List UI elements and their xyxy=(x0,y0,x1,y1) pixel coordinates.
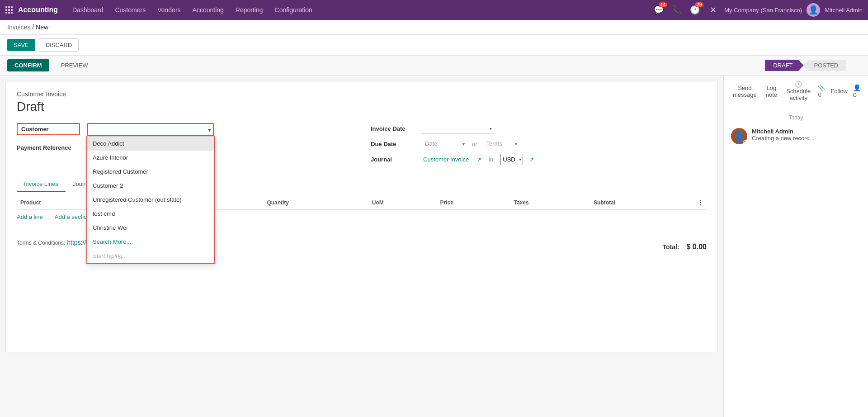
customer-dropdown: Deco Addict Azure Interior Registered Cu… xyxy=(86,136,215,264)
phone-icon[interactable]: 📞 xyxy=(670,3,684,17)
online-indicator xyxy=(743,140,747,144)
top-navigation: Accounting Dashboard Customers Vendors A… xyxy=(0,0,868,20)
terms-select-wrap: Terms xyxy=(483,138,519,149)
due-date-row: Due Date Date or Terms xyxy=(371,138,707,149)
invoice-date-select-wrap xyxy=(421,123,494,134)
log-note-button[interactable]: Log note xyxy=(764,84,779,99)
col-actions: ⋮ xyxy=(694,196,707,210)
pill-draft[interactable]: DRAFT xyxy=(765,60,803,71)
messages-icon[interactable]: 💬 14 xyxy=(652,3,665,17)
col-price: Price xyxy=(437,196,510,210)
dropdown-item-unregistered[interactable]: Unregistered Customer (out state) xyxy=(87,193,214,207)
avatar[interactable]: 👤 xyxy=(807,3,820,17)
total-section: Total: $ 0.00 xyxy=(662,239,707,251)
total-label: Total: xyxy=(662,243,679,251)
total-divider xyxy=(662,239,707,239)
add-section-button[interactable]: Add a section xyxy=(55,213,90,220)
save-button[interactable]: SAVE xyxy=(7,39,35,51)
status-bar: CONFIRM PREVIEW DRAFT POSTED xyxy=(0,56,868,76)
paperclip-count: 📎 0 xyxy=(818,85,825,98)
currency-external-link-icon[interactable]: ↗ xyxy=(529,156,534,163)
activity-badge: 29 xyxy=(695,2,703,7)
journal-value[interactable]: Customer Invoice xyxy=(421,155,471,164)
journal-label: Journal xyxy=(371,156,416,163)
tab-invoice-lines[interactable]: Invoice Lines xyxy=(17,177,66,192)
form-fields-area: Customer ▾ Deco Addict Azure Interior Re… xyxy=(17,123,707,170)
add-line-button[interactable]: Add a line xyxy=(17,213,43,220)
total-value: $ 0.00 xyxy=(687,243,707,251)
dropdown-item-azure[interactable]: Azure Interior xyxy=(87,151,214,165)
customer-input[interactable] xyxy=(87,123,214,136)
dropdown-item-registered[interactable]: Registered Customer xyxy=(87,165,214,179)
col-taxes: Taxes xyxy=(510,196,590,210)
chatter-panel: Send message Log note 🕐 Schedule activit… xyxy=(723,76,868,417)
pill-posted[interactable]: POSTED xyxy=(803,60,846,71)
nav-reporting[interactable]: Reporting xyxy=(230,4,269,16)
message-item: 👤 Mitchell Admin Creating a new record..… xyxy=(731,128,861,144)
follower-count: 👤 0 xyxy=(853,84,861,99)
terms-select[interactable]: Terms xyxy=(483,138,519,149)
main-layout: Customer Invoice Draft Customer ▾ Deco A… xyxy=(0,76,868,417)
form-card: Customer Invoice Draft Customer ▾ Deco A… xyxy=(5,81,718,352)
nav-dashboard[interactable]: Dashboard xyxy=(67,4,109,16)
dropdown-item-customer2[interactable]: Customer 2 xyxy=(87,179,214,193)
form-area: Customer Invoice Draft Customer ▾ Deco A… xyxy=(0,76,723,417)
invoice-date-select[interactable] xyxy=(421,123,494,134)
user-name: Mitchell Admin xyxy=(825,7,863,14)
close-icon[interactable]: ✕ xyxy=(706,3,720,17)
chatter-body: Today 👤 Mitchell Admin Creating a new re… xyxy=(724,107,868,417)
today-divider: Today xyxy=(731,114,861,121)
col-uom: UoM xyxy=(368,196,437,210)
schedule-icon: 🕐 xyxy=(795,81,802,88)
journal-row: Journal Customer Invoice ↗ in USD ↗ xyxy=(371,154,707,165)
follow-button[interactable]: Follow xyxy=(830,88,848,95)
currency-select-wrap: USD xyxy=(500,154,523,165)
messages-badge: 14 xyxy=(659,2,667,7)
action-bar: SAVE DISCARD xyxy=(0,35,868,56)
journal-external-link-icon[interactable]: ↗ xyxy=(477,156,481,163)
message-avatar: 👤 xyxy=(731,128,747,144)
terms-conditions-label: Terms & Conditions: xyxy=(17,240,65,246)
right-fields: Invoice Date Due Date Date xyxy=(371,123,707,170)
payment-ref-label: Payment Reference xyxy=(17,142,80,151)
breadcrumb-separator: / xyxy=(32,24,36,31)
preview-button[interactable]: PREVIEW xyxy=(55,59,94,71)
dropdown-search-more[interactable]: Search More... xyxy=(87,235,214,249)
message-author: Mitchell Admin xyxy=(752,128,861,135)
breadcrumb-parent[interactable]: Invoices xyxy=(7,24,30,31)
invoice-date-label: Invoice Date xyxy=(371,125,416,132)
total-row: Total: $ 0.00 xyxy=(662,243,707,251)
schedule-activity-button[interactable]: 🕐 Schedule activity xyxy=(784,80,812,102)
left-fields: Customer ▾ Deco Addict Azure Interior Re… xyxy=(17,123,353,170)
currency-select[interactable]: USD xyxy=(500,154,523,165)
invoice-type-label: Customer Invoice xyxy=(17,90,707,98)
dropdown-item-testcmd[interactable]: test cmd xyxy=(87,207,214,221)
nav-right-area: 💬 14 📞 🕐 29 ✕ My Company (San Francisco)… xyxy=(652,3,863,17)
discard-button[interactable]: DISCARD xyxy=(39,38,79,52)
chatter-actions-bar: Send message Log note 🕐 Schedule activit… xyxy=(724,76,868,107)
nav-configuration[interactable]: Configuration xyxy=(269,4,318,16)
dropdown-item-deco-addict[interactable]: Deco Addict xyxy=(87,137,214,151)
due-date-select-wrap: Date xyxy=(421,138,467,149)
due-date-label: Due Date xyxy=(371,141,416,147)
due-date-select[interactable]: Date xyxy=(421,138,467,149)
confirm-button[interactable]: CONFIRM xyxy=(7,59,49,71)
customer-field-wrapper: ▾ Deco Addict Azure Interior Registered … xyxy=(87,123,214,136)
apps-icon[interactable] xyxy=(5,6,13,14)
col-quantity: Quantity xyxy=(263,196,368,210)
activity-icon[interactable]: 🕐 29 xyxy=(688,3,702,17)
company-name: My Company (San Francisco) xyxy=(724,7,802,14)
customer-label[interactable]: Customer xyxy=(17,123,80,135)
breadcrumb: Invoices / New xyxy=(0,20,868,35)
invoice-date-row: Invoice Date xyxy=(371,123,707,134)
nav-customers[interactable]: Customers xyxy=(110,4,151,16)
send-message-button[interactable]: Send message xyxy=(731,84,759,99)
customer-row: Customer ▾ Deco Addict Azure Interior Re… xyxy=(17,123,353,136)
nav-accounting[interactable]: Accounting xyxy=(187,4,229,16)
app-name: Accounting xyxy=(18,6,58,14)
invoice-status-title: Draft xyxy=(17,100,707,114)
person-icon: 👤 xyxy=(853,84,861,91)
dropdown-item-christine[interactable]: Christine Wei xyxy=(87,221,214,235)
paperclip-icon: 📎 xyxy=(818,85,825,91)
nav-vendors[interactable]: Vendors xyxy=(152,4,186,16)
